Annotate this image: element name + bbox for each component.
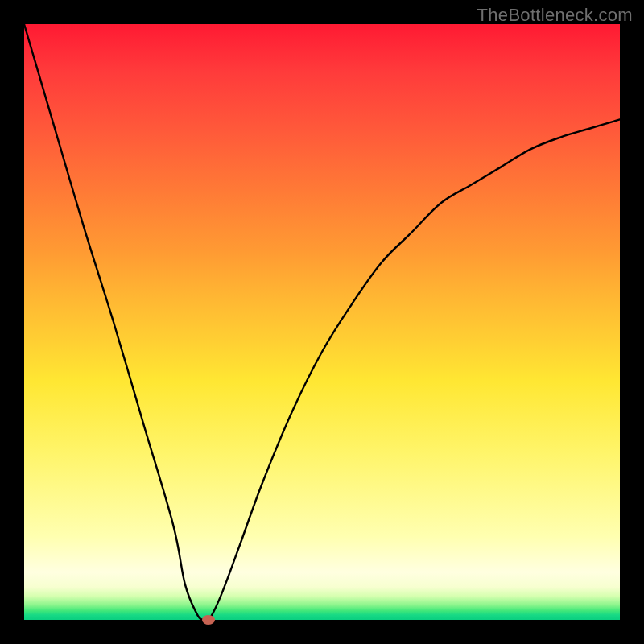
chart-frame: TheBottleneck.com	[0, 0, 644, 644]
minimum-marker	[202, 615, 215, 625]
watermark-text: TheBottleneck.com	[477, 5, 633, 26]
bottleneck-curve-path	[24, 24, 620, 622]
curve-svg	[24, 24, 620, 620]
plot-area	[24, 24, 620, 620]
